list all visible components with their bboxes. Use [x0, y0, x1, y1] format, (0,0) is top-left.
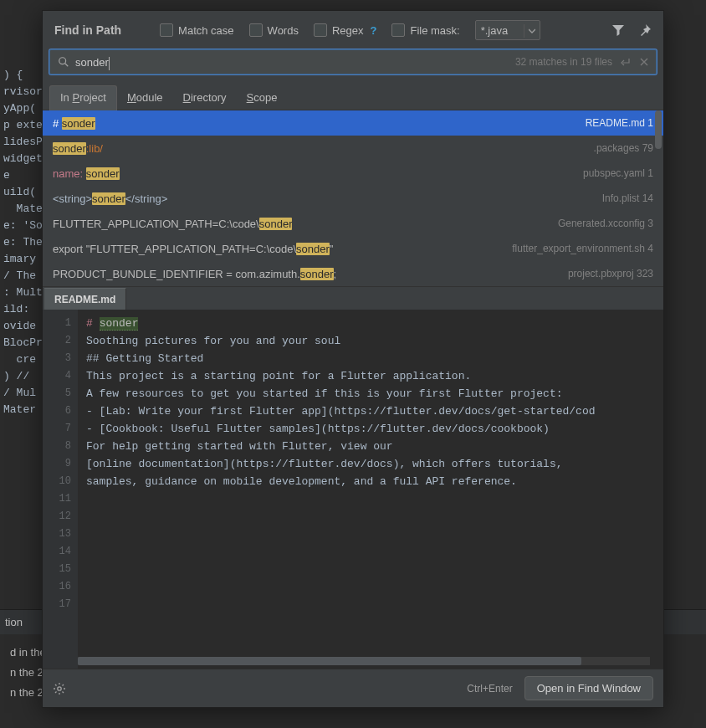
checkbox-icon	[391, 23, 405, 37]
result-row[interactable]: PRODUCT_BUNDLE_IDENTIFIER = com.azimuth.…	[43, 261, 663, 286]
filter-icon[interactable]	[611, 23, 625, 37]
regex-help-icon[interactable]: ?	[371, 24, 377, 37]
tab-directory[interactable]: Directory	[173, 86, 237, 110]
dialog-footer: Ctrl+Enter Open in Find Window	[43, 669, 663, 707]
preview-pane[interactable]: 1234567891011121314151617 # sonderSoothi…	[43, 310, 663, 669]
search-icon	[57, 55, 70, 69]
svg-point-0	[59, 58, 66, 64]
checkbox-icon	[160, 23, 173, 37]
result-row[interactable]: sonder:lib/.packages 79	[43, 136, 663, 161]
checkbox-icon	[249, 23, 263, 37]
dialog-title: Find in Path	[54, 23, 121, 37]
svg-point-2	[58, 686, 61, 690]
match-case-checkbox[interactable]: Match case	[160, 23, 233, 37]
open-in-find-window-button[interactable]: Open in Find Window	[524, 676, 653, 700]
result-row[interactable]: FLUTTER_APPLICATION_PATH=C:\code\sonderG…	[43, 211, 663, 236]
scope-tabs: In Project Module Directory Scope	[43, 81, 663, 110]
regex-label: Regex	[332, 24, 364, 37]
preview-horizontal-scrollbar[interactable]	[78, 657, 650, 665]
dialog-header: Find in Path Match case Words Regex ? Fi…	[43, 11, 663, 49]
tab-scope[interactable]: Scope	[237, 86, 288, 110]
dropdown-icon[interactable]	[524, 24, 537, 38]
enter-icon	[621, 57, 631, 67]
result-row[interactable]: # sonderREADME.md 1	[43, 110, 663, 136]
svg-line-7	[55, 684, 57, 686]
results-list[interactable]: # sonderREADME.md 1sonder:lib/.packages …	[43, 110, 663, 286]
regex-checkbox[interactable]: Regex ?	[314, 23, 377, 37]
search-input-box[interactable]: sonder 32 matches in 19 files	[49, 49, 657, 74]
preview-file-tab[interactable]: README.md	[44, 288, 126, 310]
search-match-count: 32 matches in 19 files	[515, 56, 612, 68]
tab-in-project[interactable]: In Project	[49, 85, 117, 110]
file-mask-checkbox[interactable]: File mask:	[391, 23, 459, 37]
words-checkbox[interactable]: Words	[249, 23, 299, 37]
tab-module[interactable]: Module	[117, 86, 173, 110]
preview-gutter: 1234567891011121314151617	[43, 310, 78, 669]
preview-code[interactable]: # sonderSoothing pictures for you and yo…	[78, 310, 663, 669]
find-in-path-dialog: Find in Path Match case Words Regex ? Fi…	[42, 10, 664, 708]
checkbox-icon	[314, 23, 327, 37]
svg-line-9	[55, 691, 57, 693]
svg-line-8	[63, 691, 64, 693]
close-icon[interactable]	[639, 57, 649, 67]
pin-icon[interactable]	[638, 23, 652, 37]
svg-line-1	[65, 64, 69, 67]
match-case-label: Match case	[178, 24, 233, 37]
result-row[interactable]: name: sonderpubspec.yaml 1	[43, 161, 663, 186]
search-input-text[interactable]: sonder	[75, 56, 510, 69]
file-mask-label: File mask:	[410, 24, 459, 37]
result-row[interactable]: <string>sonder</string>Info.plist 14	[43, 186, 663, 211]
results-scrollbar[interactable]	[655, 110, 662, 286]
gear-icon[interactable]	[53, 682, 66, 695]
footer-hint: Ctrl+Enter	[467, 683, 512, 695]
result-row[interactable]: export "FLUTTER_APPLICATION_PATH=C:\code…	[43, 236, 663, 261]
words-label: Words	[268, 24, 299, 37]
scrollbar-thumb[interactable]	[78, 657, 581, 665]
svg-line-10	[63, 684, 64, 686]
scrollbar-thumb[interactable]	[655, 110, 662, 149]
